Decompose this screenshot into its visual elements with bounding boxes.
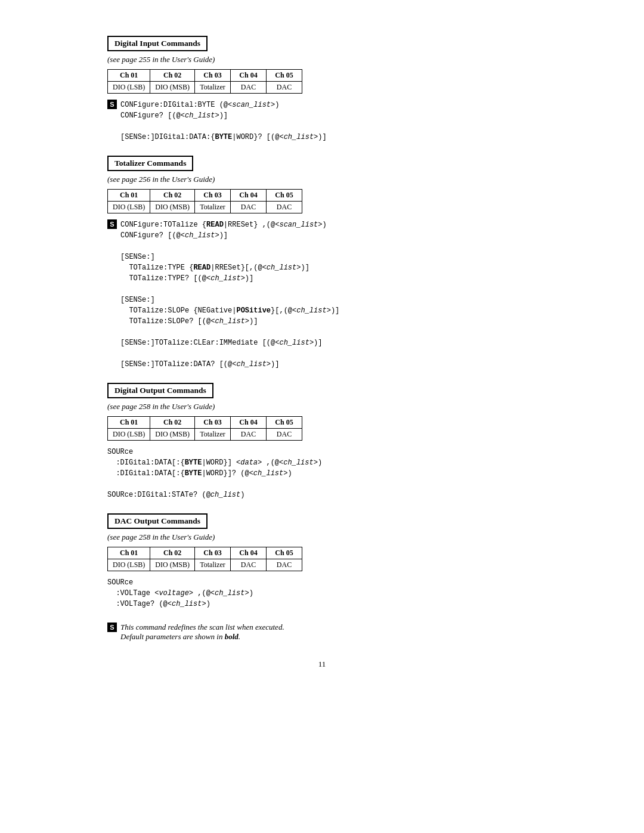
dac-output-commands: SOURce :VOLTage <voltage> ,(@<ch_list>) … xyxy=(107,577,537,609)
tot-ch-val-5: DAC xyxy=(267,202,302,213)
ch-val-2: DIO (MSB) xyxy=(150,82,195,94)
ch-val-4: DAC xyxy=(231,82,267,94)
dout-ch-val-1: DIO (LSB) xyxy=(108,429,150,441)
dac-ch-val-2: DIO (MSB) xyxy=(150,559,195,571)
dac-ch-val-3: Totalizer xyxy=(195,559,231,571)
dac-ch-header-4: Ch 04 xyxy=(231,547,267,559)
dout-ch-val-2: DIO (MSB) xyxy=(150,429,195,441)
s-marker-totalizer: S xyxy=(107,219,117,229)
totalizer-section: Totalizer Commands (see page 256 in the … xyxy=(107,156,537,370)
dout-ch-val-4: DAC xyxy=(231,429,267,441)
digital-input-title: Digital Input Commands xyxy=(107,36,208,51)
dout-ch-header-5: Ch 05 xyxy=(267,417,302,429)
ch-header-3: Ch 03 xyxy=(195,70,231,82)
totalizer-commands: S CONFigure:TOTalize {READ|RRESet} ,(@<s… xyxy=(107,219,537,370)
dac-output-section: DAC Output Commands (see page 258 in the… xyxy=(107,513,537,609)
tot-ch-val-1: DIO (LSB) xyxy=(108,202,150,213)
digital-input-channel-table: Ch 01 Ch 02 Ch 03 Ch 04 Ch 05 DIO (LSB) … xyxy=(107,69,302,94)
digital-input-cmd-text: CONFigure:DIGital:BYTE (@<scan_list>) CO… xyxy=(120,100,327,143)
ch-header-5: Ch 05 xyxy=(267,70,302,82)
tot-ch-header-4: Ch 04 xyxy=(231,190,267,202)
tot-ch-header-3: Ch 03 xyxy=(195,190,231,202)
tot-ch-val-4: DAC xyxy=(231,202,267,213)
ch-header-2: Ch 02 xyxy=(150,70,195,82)
ch-val-5: DAC xyxy=(267,82,302,94)
dac-ch-val-4: DAC xyxy=(231,559,267,571)
dout-ch-header-2: Ch 02 xyxy=(150,417,195,429)
totalizer-channel-table: Ch 01 Ch 02 Ch 03 Ch 04 Ch 05 DIO (LSB) … xyxy=(107,189,302,213)
dac-output-channel-table: Ch 01 Ch 02 Ch 03 Ch 04 Ch 05 DIO (LSB) … xyxy=(107,547,302,571)
dac-output-see-page: (see page 258 in the User's Guide) xyxy=(107,532,537,542)
footer-note: S This command redefines the scan list w… xyxy=(107,623,537,642)
dac-ch-header-5: Ch 05 xyxy=(267,547,302,559)
dac-output-title: DAC Output Commands xyxy=(107,513,208,529)
ch-header-1: Ch 01 xyxy=(108,70,150,82)
dout-ch-header-4: Ch 04 xyxy=(231,417,267,429)
totalizer-title: Totalizer Commands xyxy=(107,156,193,171)
tot-ch-header-2: Ch 02 xyxy=(150,190,195,202)
digital-input-see-page: (see page 255 in the User's Guide) xyxy=(107,55,537,64)
digital-output-commands: SOURce :DIGital:DATA[:{BYTE|WORD}] <data… xyxy=(107,447,537,500)
dout-ch-header-1: Ch 01 xyxy=(108,417,150,429)
totalizer-cmd-text: CONFigure:TOTalize {READ|RRESet} ,(@<sca… xyxy=(120,219,339,370)
totalizer-see-page: (see page 256 in the User's Guide) xyxy=(107,175,537,184)
dout-ch-val-5: DAC xyxy=(267,429,302,441)
s-marker-footer: S xyxy=(107,623,117,632)
dac-ch-val-1: DIO (LSB) xyxy=(108,559,150,571)
dac-ch-header-1: Ch 01 xyxy=(108,547,150,559)
digital-output-title: Digital Output Commands xyxy=(107,383,213,398)
digital-output-section: Digital Output Commands (see page 258 in… xyxy=(107,383,537,500)
tot-ch-header-5: Ch 05 xyxy=(267,190,302,202)
dac-ch-header-2: Ch 02 xyxy=(150,547,195,559)
digital-output-see-page: (see page 258 in the User's Guide) xyxy=(107,402,537,411)
dac-ch-val-5: DAC xyxy=(267,559,302,571)
ch-val-3: Totalizer xyxy=(195,82,231,94)
tot-ch-val-3: Totalizer xyxy=(195,202,231,213)
dout-ch-header-3: Ch 03 xyxy=(195,417,231,429)
footer-note-text: This command redefines the scan list whe… xyxy=(120,623,284,642)
dac-ch-header-3: Ch 03 xyxy=(195,547,231,559)
ch-val-1: DIO (LSB) xyxy=(108,82,150,94)
s-marker-digital-input: S xyxy=(107,100,117,109)
ch-header-4: Ch 04 xyxy=(231,70,267,82)
dout-ch-val-3: Totalizer xyxy=(195,429,231,441)
digital-input-section: Digital Input Commands (see page 255 in … xyxy=(107,36,537,143)
tot-ch-header-1: Ch 01 xyxy=(108,190,150,202)
digital-output-channel-table: Ch 01 Ch 02 Ch 03 Ch 04 Ch 05 DIO (LSB) … xyxy=(107,416,302,441)
digital-input-commands: S CONFigure:DIGital:BYTE (@<scan_list>) … xyxy=(107,100,537,143)
page-number: 11 xyxy=(107,659,537,669)
tot-ch-val-2: DIO (MSB) xyxy=(150,202,195,213)
